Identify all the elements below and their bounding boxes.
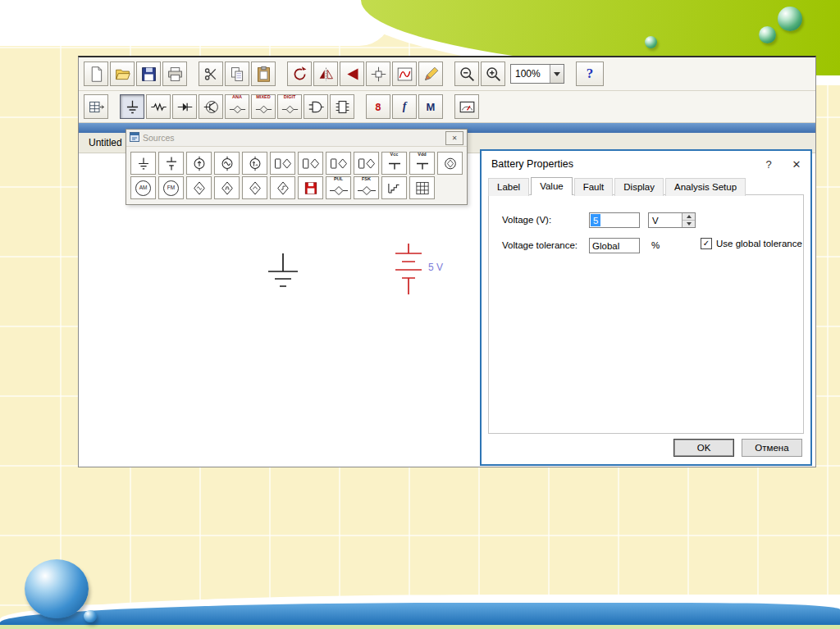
piecewise-linear-source-button[interactable] [381, 176, 407, 199]
vc-triangle-wave-source-button[interactable] [242, 176, 267, 199]
tab-fault[interactable]: Fault [574, 178, 614, 196]
ok-button[interactable]: OK [673, 439, 734, 457]
zoom-level-combo[interactable]: 100% [510, 64, 564, 84]
vccs-button[interactable] [298, 152, 323, 175]
graph-icon [396, 66, 413, 83]
vc-sine-wave-source-button[interactable] [186, 176, 212, 199]
mixed-ics-bin-button[interactable]: MIXED [251, 94, 276, 119]
print-button[interactable] [162, 62, 187, 86]
controlled-one-shot-button[interactable] [270, 176, 295, 199]
fm-source-label: FM [163, 180, 179, 196]
ac-voltage-source-button[interactable] [214, 152, 240, 175]
diamond-pulse-icon [273, 180, 293, 196]
dc-current-source-button[interactable] [186, 152, 212, 175]
box-diamond-icon [273, 156, 293, 171]
sources-palette-titlebar[interactable]: Sources ✕ [126, 130, 467, 147]
copy-button[interactable] [225, 62, 249, 86]
spin-up-icon[interactable] [682, 213, 695, 220]
palette-window-icon [130, 130, 139, 145]
small-diamond-icon [255, 101, 272, 118]
fm-source-button[interactable]: FM [158, 176, 184, 199]
ccvs-button[interactable] [326, 152, 351, 175]
close-icon[interactable]: ✕ [445, 131, 463, 145]
pulse-source-button[interactable]: PUL [326, 176, 351, 199]
polynomial-source-button[interactable] [437, 152, 463, 175]
digital-bin-button[interactable] [330, 94, 354, 119]
tab-analysis-setup[interactable]: Analysis Setup [665, 178, 746, 196]
miscellaneous-bin-label: M [427, 102, 436, 112]
close-icon[interactable]: ✕ [783, 151, 810, 177]
voltage-tolerance-input[interactable]: Global [589, 238, 640, 253]
ac-current-source-button[interactable] [242, 152, 267, 175]
sources-palette-row2: AMFMPULFSK [130, 176, 463, 199]
main-toolbar-buttons [84, 57, 505, 90]
use-global-tolerance-label: Use global tolerance [716, 239, 802, 248]
flip-vertical-button[interactable] [340, 62, 364, 86]
cut-button[interactable] [199, 62, 223, 86]
dropdown-arrow-icon[interactable] [550, 65, 564, 83]
sources-bin-button[interactable] [120, 94, 144, 119]
vcvs-button[interactable] [270, 152, 295, 175]
display-graphs-button[interactable] [392, 62, 417, 86]
favorites-icon [88, 98, 105, 116]
create-subcircuit-button[interactable] [366, 62, 390, 86]
logic-gate-icon [308, 98, 325, 116]
small-diamond-icon [229, 101, 246, 118]
vdd-source-button[interactable]: Vdd [409, 152, 435, 175]
save-button[interactable] [136, 62, 161, 86]
analog-ics-bin-button[interactable]: ANA [225, 94, 249, 119]
pattern-source-button[interactable] [409, 176, 435, 199]
spin-down-icon[interactable] [682, 220, 695, 227]
dialog-help-icon[interactable]: ? [755, 151, 783, 177]
cccs-button[interactable] [354, 152, 379, 175]
battery-component-button[interactable] [158, 152, 184, 175]
cancel-button[interactable]: Отмена [742, 439, 802, 457]
logic-gates-bin-button[interactable] [304, 94, 328, 119]
rotate-button[interactable] [287, 62, 312, 86]
transistors-bin-button[interactable] [199, 94, 223, 119]
indicators-bin-label: 8 [375, 102, 381, 112]
voltage-input[interactable]: 5 [589, 212, 640, 228]
circle-sine-icon [217, 156, 237, 171]
vcc-source-label: Vcc [390, 153, 399, 157]
write-data-button[interactable] [298, 176, 323, 199]
diodes-bin-button[interactable] [172, 94, 197, 119]
controls-bin-button[interactable]: f [392, 94, 417, 119]
battery-symbol[interactable] [390, 242, 427, 296]
instruments-bin-button[interactable] [454, 94, 479, 119]
diamond-triangle-icon [245, 180, 265, 196]
ground-symbol[interactable] [265, 252, 301, 294]
zoom-in-button[interactable] [481, 62, 505, 86]
new-document-button[interactable] [84, 62, 108, 86]
help-button[interactable]: ? [576, 62, 604, 86]
miscellaneous-bin-button[interactable]: M [418, 94, 443, 119]
tab-display[interactable]: Display [614, 178, 664, 196]
zoom-out-button[interactable] [454, 62, 479, 86]
vdd-source-label: Vdd [418, 153, 426, 157]
am-source-button[interactable]: AM [130, 176, 156, 199]
open-folder-icon [114, 66, 131, 83]
component-properties-button[interactable] [418, 62, 443, 86]
open-button[interactable] [110, 62, 135, 86]
tab-value[interactable]: Value [531, 177, 573, 195]
ground-component-button[interactable] [130, 152, 156, 175]
favorites-bin-button[interactable] [84, 94, 108, 119]
voltage-unit-select[interactable]: V [648, 212, 696, 228]
voltage-label: Voltage (V): [502, 215, 551, 225]
vcc-source-button[interactable]: Vcc [381, 152, 407, 175]
small-diamond-icon [357, 183, 377, 198]
small-diamond-icon [329, 183, 349, 198]
paste-button[interactable] [251, 62, 276, 86]
tab-label[interactable]: Label [488, 178, 529, 196]
stairs-icon [385, 180, 404, 196]
main-toolbar: 100% ? [79, 57, 815, 91]
basic-bin-button[interactable] [146, 94, 171, 119]
vc-square-wave-source-button[interactable] [214, 176, 240, 199]
use-global-tolerance-checkbox[interactable]: ✓ [701, 238, 712, 249]
indicators-bin-button[interactable]: 8 [366, 94, 390, 119]
dialog-buttons: OK Отмена [673, 439, 802, 457]
fsk-source-button[interactable]: FSK [354, 176, 379, 199]
digital-ics-bin-button[interactable]: DIGIT [277, 94, 302, 119]
dialog-titlebar[interactable]: Battery Properties ? ✕ [482, 151, 810, 177]
flip-horizontal-button[interactable] [313, 62, 338, 86]
